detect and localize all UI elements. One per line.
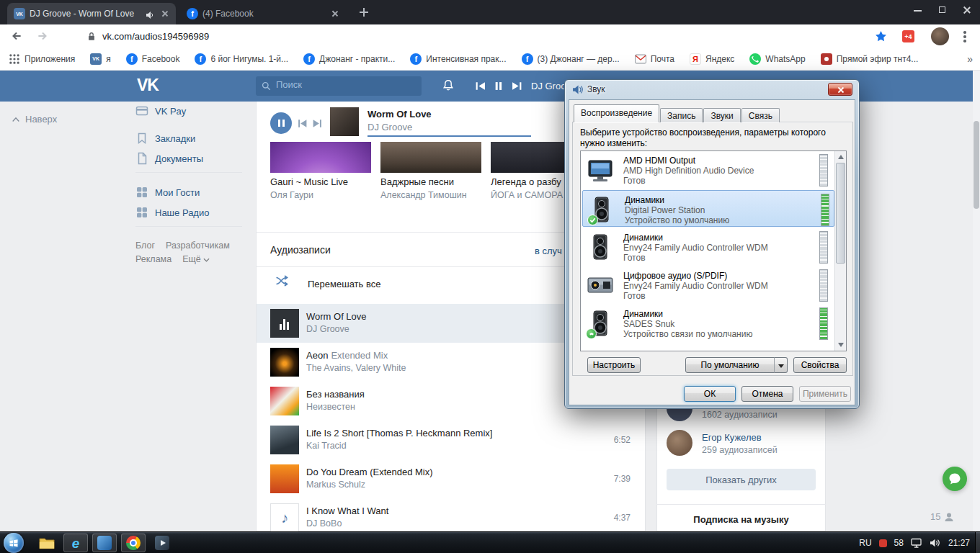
track-artist[interactable]: DJ Groove <box>306 324 349 334</box>
browser-menu-icon[interactable] <box>963 30 966 43</box>
footer-link-blog[interactable]: Блог <box>135 240 155 251</box>
online-friends-counter[interactable]: 15 <box>930 511 954 522</box>
url-bar[interactable]: vk.com/audios194596989 <box>102 31 209 42</box>
taskbar-icon-app[interactable] <box>92 534 117 552</box>
track-row[interactable]: Do You Dream (Extended Mix) Markus Schul… <box>257 459 645 498</box>
vk-search-box[interactable] <box>256 76 422 96</box>
device-row-sades[interactable]: Динамики SADES Snuk Устройство связи по … <box>582 305 835 343</box>
footer-link-ads[interactable]: Реклама <box>135 254 172 264</box>
bookmark-tnt4[interactable]: Прямой эфир тнт4... <box>821 53 919 65</box>
back-icon[interactable] <box>10 30 23 42</box>
scrollbar-thumb[interactable] <box>836 163 845 264</box>
bookmark-star-icon[interactable] <box>875 30 887 42</box>
sidebar-item-vkpay[interactable]: VK Pay <box>135 104 186 118</box>
window-close-button[interactable] <box>956 0 979 20</box>
configure-button[interactable]: Настроить <box>587 357 641 373</box>
player-next-icon[interactable] <box>312 119 323 128</box>
taskbar-icon-media-player[interactable] <box>150 534 174 552</box>
scroll-down-arrow[interactable] <box>838 343 844 347</box>
padlock-icon[interactable] <box>86 31 97 42</box>
playlist-owner[interactable]: Оля Гаури <box>270 190 371 200</box>
playlist-cover[interactable] <box>270 142 371 173</box>
new-tab-button[interactable] <box>359 7 369 17</box>
cancel-button[interactable]: Отмена <box>741 386 793 402</box>
header-next-track-icon[interactable] <box>512 81 522 91</box>
language-indicator[interactable]: RU <box>859 538 871 548</box>
header-now-playing[interactable]: DJ Groo <box>531 81 564 91</box>
bookmark-apps[interactable]: Приложения <box>9 53 75 65</box>
tab-recording[interactable]: Запись <box>660 108 703 122</box>
bookmark-fb-1[interactable]: f6 йог Нигумы. 1-й... <box>195 53 288 65</box>
clock[interactable]: 21:27 <box>948 538 970 548</box>
dialog-close-button[interactable] <box>828 83 852 96</box>
track-artist[interactable]: Неизвестен <box>306 402 355 412</box>
bookmarks-overflow-icon[interactable]: » <box>967 53 973 65</box>
tab-playback[interactable]: Воспроизведение <box>574 104 659 122</box>
player-prev-icon[interactable] <box>297 119 308 128</box>
start-button[interactable] <box>4 533 24 553</box>
forward-icon[interactable] <box>36 30 49 42</box>
sidebar-item-radio-app[interactable]: Наше Радио <box>135 205 209 220</box>
header-prev-track-icon[interactable] <box>475 81 486 91</box>
track-artist[interactable]: Markus Schulz <box>306 480 365 490</box>
device-list-scrollbar[interactable] <box>834 151 846 351</box>
device-row-speakers-envy24[interactable]: Динамики Envy24 Family Audio Controller … <box>582 228 835 266</box>
track-row[interactable]: Life Is 2 Short [Thomas P. Heckmann Remi… <box>257 421 645 459</box>
notifications-bell-icon[interactable] <box>442 78 455 92</box>
show-desktop-button[interactable] <box>975 532 980 553</box>
playlist-owner[interactable]: Александр Тимошин <box>380 190 481 200</box>
volume-icon[interactable] <box>930 538 941 548</box>
shuffle-all-label[interactable]: Перемешать все <box>308 279 380 289</box>
friend-name-link[interactable]: Егор Кужелев <box>702 432 762 443</box>
browser-tab-facebook[interactable]: f (4) Facebook <box>180 3 346 24</box>
device-row-speakers-default[interactable]: Динамики Digital Power Station Устройств… <box>582 190 834 227</box>
taskbar-icon-chrome[interactable] <box>121 534 146 552</box>
track-artist[interactable]: The Avains, Valery White <box>306 363 406 373</box>
vk-logo[interactable]: VK <box>137 76 159 95</box>
scroll-up-arrow[interactable] <box>838 155 844 159</box>
taskbar-icon-ie[interactable]: e <box>63 534 88 552</box>
tab-sounds[interactable]: Звуки <box>703 108 740 122</box>
header-pause-icon[interactable] <box>494 81 503 91</box>
extension-icon[interactable]: +4 <box>902 30 914 42</box>
bookmark-fb-4[interactable]: f(3) Джонанг — дер... <box>522 53 620 65</box>
sidebar-item-documents[interactable]: Документы <box>135 151 203 166</box>
page-scrollbar-thumb[interactable] <box>974 121 979 209</box>
player-pause-button[interactable] <box>270 112 292 134</box>
back-to-top-link[interactable]: Наверх <box>12 114 57 125</box>
ok-button[interactable]: ОК <box>684 386 736 402</box>
track-artist[interactable]: DJ BoBo <box>306 518 342 529</box>
footer-link-developers[interactable]: Разработчикам <box>166 240 230 251</box>
player-progress-bar[interactable] <box>368 135 531 137</box>
device-row-amd-hdmi[interactable]: AMD HDMI Output AMD High Definition Audi… <box>582 151 835 189</box>
avatar[interactable] <box>667 430 692 456</box>
set-default-button[interactable]: По умолчанию <box>685 357 775 373</box>
window-minimize-button[interactable] <box>906 0 930 20</box>
tab-close-icon[interactable] <box>160 9 170 19</box>
bookmark-facebook[interactable]: fFacebook <box>126 53 180 65</box>
window-maximize-button[interactable] <box>931 0 954 20</box>
sidebar-item-bookmarks[interactable]: Закладки <box>135 131 195 145</box>
playlist-title[interactable]: Gauri ~ Music Live <box>270 176 371 187</box>
device-row-spdif[interactable]: Цифровое аудио (S/PDIF) Envy24 Family Au… <box>582 266 835 305</box>
tab-audio-icon[interactable] <box>146 9 154 22</box>
network-monitor-icon[interactable] <box>911 538 922 548</box>
player-track-artist[interactable]: DJ Groove <box>368 122 412 132</box>
footer-link-more[interactable]: Ещё <box>182 254 210 264</box>
sidebar-item-guests-app[interactable]: Мои Гости <box>135 185 200 199</box>
browser-profile-avatar[interactable] <box>931 27 949 45</box>
set-default-dropdown-arrow[interactable] <box>774 357 788 373</box>
search-input[interactable] <box>276 79 414 90</box>
bookmark-fb-2[interactable]: fДжонанг - практи... <box>303 53 395 65</box>
bookmark-mail[interactable]: Почта <box>635 53 674 65</box>
track-artist[interactable]: Kai Tracid <box>306 441 347 451</box>
bookmark-yandex[interactable]: ЯЯндекс <box>690 53 734 65</box>
playlist-title[interactable]: Ваджрные песни <box>380 176 481 187</box>
shuffle-icon[interactable] <box>275 274 289 287</box>
player-track-title[interactable]: Worm Of Love <box>368 109 432 120</box>
tray-red-app-icon[interactable] <box>879 539 887 547</box>
taskbar-icon-explorer[interactable] <box>35 534 59 552</box>
properties-button[interactable]: Свойства <box>793 357 847 373</box>
bookmark-fb-3[interactable]: fИнтенсивная прак... <box>410 53 506 65</box>
browser-tab-vk[interactable]: VK DJ Groove - Worm Of Love <box>7 3 176 24</box>
